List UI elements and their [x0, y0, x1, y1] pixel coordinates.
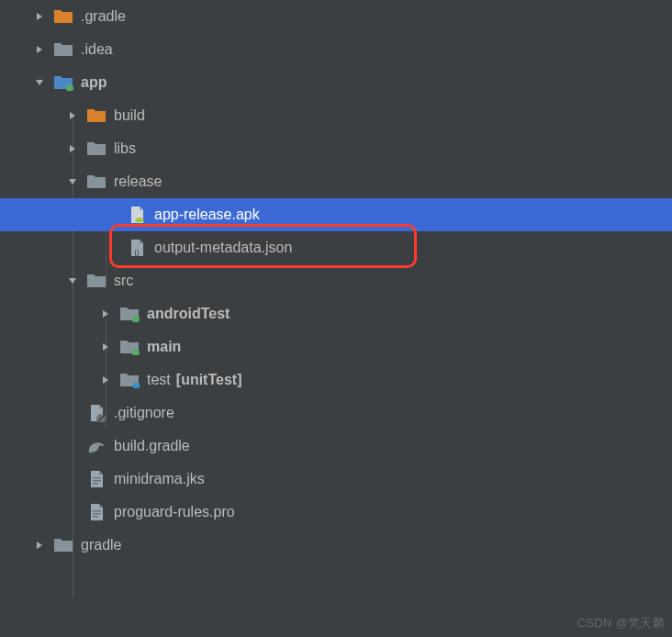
tree-item-build-gradle[interactable]: build.gradle [0, 430, 672, 463]
tree-label: main [147, 330, 181, 363]
tree-label: .gitignore [114, 397, 174, 430]
tree-item-idea[interactable]: .idea [0, 33, 672, 66]
tree-label: libs [114, 132, 136, 165]
tree-label: build.gradle [114, 430, 190, 463]
tree-label: app-release.apk [154, 198, 260, 231]
folder-icon [86, 139, 106, 159]
module-folder-icon [53, 73, 73, 93]
file-icon [86, 502, 106, 522]
test-folder-icon [119, 370, 140, 390]
tree-label: proguard-rules.pro [114, 496, 235, 529]
svg-rect-8 [93, 480, 101, 482]
tree-item-release[interactable]: release [0, 165, 672, 198]
chevron-down-icon [33, 76, 46, 89]
folder-icon [86, 271, 106, 291]
tree-label: test [147, 363, 171, 397]
tree-label: app [81, 66, 106, 99]
source-folder-icon [119, 337, 140, 357]
tree-label: release [114, 165, 162, 198]
chevron-down-icon [66, 274, 79, 287]
chevron-right-icon [66, 109, 79, 122]
svg-rect-10 [93, 510, 101, 512]
chevron-right-icon [99, 307, 112, 320]
json-file-icon: {} [127, 238, 147, 258]
svg-rect-7 [93, 477, 101, 479]
apk-file-icon [127, 205, 147, 225]
svg-text:{}: {} [134, 248, 140, 256]
chevron-down-icon [66, 175, 79, 188]
tree-label: .gradle [81, 0, 126, 33]
folder-icon [53, 39, 73, 60]
tree-item-test[interactable]: test [unitTest] [0, 363, 672, 397]
svg-rect-11 [93, 513, 101, 515]
chevron-right-icon [66, 142, 79, 155]
tree-item-output-metadata[interactable]: {} output-metadata.json [0, 231, 672, 264]
file-icon [86, 469, 106, 489]
folder-icon [86, 106, 106, 126]
tree-label: androidTest [147, 297, 230, 330]
tree-item-libs[interactable]: libs [0, 132, 672, 165]
tree-item-dot-gradle[interactable]: .gradle [0, 0, 672, 33]
tree-label: gradle [81, 529, 121, 562]
gitignore-file-icon [86, 403, 106, 423]
test-folder-icon [119, 304, 140, 324]
tree-item-app-release-apk[interactable]: app-release.apk [0, 198, 672, 231]
tree-label: output-metadata.json [154, 231, 292, 264]
tree-label: src [114, 264, 133, 297]
chevron-right-icon [33, 10, 46, 23]
svg-rect-12 [93, 516, 98, 518]
folder-icon [53, 535, 73, 555]
svg-rect-9 [93, 483, 98, 485]
tree-item-android-test[interactable]: androidTest [0, 297, 672, 330]
tree-item-main[interactable]: main [0, 330, 672, 363]
gradle-file-icon [86, 436, 106, 456]
tree-item-build[interactable]: build [0, 99, 672, 132]
chevron-right-icon [33, 539, 46, 552]
folder-icon [53, 6, 73, 27]
tree-item-minidrama-jks[interactable]: minidrama.jks [0, 463, 672, 496]
svg-rect-4 [133, 383, 140, 388]
tree-item-src[interactable]: src [0, 264, 672, 297]
tree-hint: [unitTest] [176, 363, 242, 397]
chevron-right-icon [99, 374, 112, 386]
tree-label: build [114, 99, 145, 132]
tree-item-gitignore[interactable]: .gitignore [0, 397, 672, 430]
tree-item-proguard[interactable]: proguard-rules.pro [0, 496, 672, 529]
chevron-right-icon [99, 341, 112, 353]
tree-label: minidrama.jks [114, 463, 205, 496]
tree-item-app[interactable]: app [0, 66, 672, 99]
tree-label: .idea [81, 33, 113, 66]
chevron-right-icon [33, 43, 46, 56]
folder-icon [86, 172, 106, 192]
watermark: CSDN @梵天麟 [577, 615, 665, 631]
tree-item-gradle[interactable]: gradle [0, 529, 672, 562]
